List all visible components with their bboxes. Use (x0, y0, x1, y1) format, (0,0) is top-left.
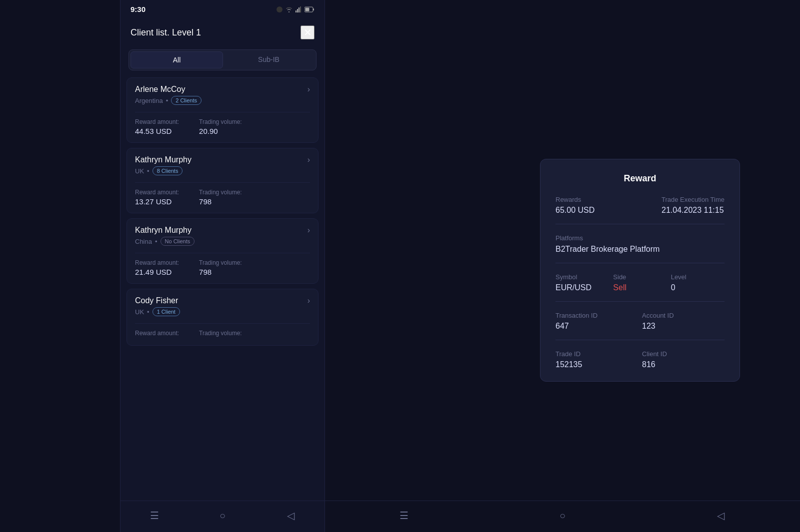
chevron-right-icon: › (308, 85, 310, 94)
svg-rect-3 (300, 6, 301, 12)
trade-exec-value: 21.04.2023 11:15 (662, 206, 724, 215)
client-meta-kathryn-china: China • No Clients (135, 237, 310, 246)
trading-label: Trading volume: (199, 118, 242, 125)
level-col: Level 0 (671, 273, 724, 292)
client-id-value: 816 (642, 360, 724, 369)
right-home-icon[interactable]: ○ (552, 508, 572, 523)
phone-bottom-nav: ☰ ○ ◁ (120, 501, 324, 532)
client-card-arlene[interactable]: Arlene McCoy › Argentina • 2 Clients Rew… (126, 77, 318, 143)
transaction-grid: Transaction ID 647 Account ID 123 (556, 312, 724, 340)
tab-switcher: All Sub-IB (128, 49, 316, 70)
back-nav-icon[interactable]: ◁ (280, 508, 300, 523)
divider (135, 253, 310, 253)
trading-value-arlene: 20.90 (199, 127, 242, 135)
level-label: Level (671, 273, 724, 281)
account-col: Account ID 123 (642, 312, 724, 331)
symbol-grid: Symbol EUR/USD Side Sell Level 0 (556, 273, 724, 302)
svg-rect-1 (297, 9, 298, 12)
reward-label: Reward amount: (135, 189, 179, 196)
tradeid-grid: Trade ID 152135 Client ID 816 (556, 350, 724, 369)
menu-nav-icon[interactable]: ☰ (144, 508, 164, 523)
client-card-kathryn-uk[interactable]: Kathryn Murphy › UK • 8 Clients Reward a… (126, 148, 318, 213)
client-badge-kathryn-china: No Clients (160, 237, 195, 246)
stat-trading-kathryn-uk: Trading volume: 798 (199, 189, 242, 206)
chevron-right-icon: › (308, 155, 310, 164)
divider (135, 182, 310, 183)
right-menu-icon[interactable]: ☰ (394, 508, 414, 523)
client-badge-arlene: 2 Clients (171, 96, 202, 105)
svg-rect-6 (306, 7, 310, 11)
trading-label: Trading volume: (199, 259, 242, 266)
svg-rect-2 (298, 7, 300, 12)
home-nav-icon[interactable]: ○ (212, 508, 232, 523)
panel-header: Client list. Level 1 ✕ (120, 17, 324, 46)
client-card-kathryn-china[interactable]: Kathryn Murphy › China • No Clients Rewa… (126, 218, 318, 284)
trading-label: Trading volume: (199, 189, 242, 196)
client-name-arlene: Arlene McCoy (135, 85, 185, 94)
svg-rect-5 (313, 8, 314, 10)
platforms-section: Platforms B2Trader Brokerage Platform (556, 234, 724, 263)
symbol-value: EUR/USD (556, 283, 609, 292)
reward-value-kathryn-china: 21.49 USD (135, 268, 179, 276)
trading-label: Trading volume: (199, 330, 242, 337)
client-name-kathryn-china: Kathryn Murphy (135, 226, 192, 235)
client-name-kathryn-uk: Kathryn Murphy (135, 155, 192, 164)
stat-trading-cody: Trading volume: (199, 330, 242, 338)
client-country-kathryn-china: China (135, 238, 152, 245)
status-dot (276, 6, 282, 12)
trading-value-kathryn-china: 798 (199, 268, 242, 276)
reward-panel-title: Reward (556, 173, 724, 184)
side-value: Sell (613, 283, 666, 292)
chevron-right-icon: › (308, 296, 310, 305)
stat-reward-kathryn-uk: Reward amount: 13.27 USD (135, 189, 179, 206)
reward-top-row: Rewards 65.00 USD Trade Execution Time 2… (556, 196, 724, 224)
client-card-header: Kathryn Murphy › (135, 226, 310, 235)
platforms-label: Platforms (556, 234, 724, 242)
client-badge-cody: 1 Client (152, 307, 180, 316)
svg-rect-0 (296, 10, 296, 12)
panel-title: Client list. Level 1 (130, 27, 201, 38)
tab-subib[interactable]: Sub-IB (223, 51, 314, 68)
client-card-header: Arlene McCoy › (135, 85, 310, 94)
client-stats-kathryn-uk: Reward amount: 13.27 USD Trading volume:… (135, 189, 310, 206)
tab-all[interactable]: All (130, 51, 223, 68)
level-value: 0 (671, 283, 724, 292)
chevron-right-icon: › (308, 226, 310, 235)
account-label: Account ID (642, 312, 724, 319)
reward-label: Reward amount: (135, 330, 179, 337)
close-button[interactable]: ✕ (300, 25, 314, 39)
divider (135, 112, 310, 112)
transaction-col: Transaction ID 647 (556, 312, 638, 331)
trading-value-kathryn-uk: 798 (199, 197, 242, 206)
divider (135, 323, 310, 324)
signal-icon (296, 6, 302, 12)
stat-reward-cody: Reward amount: (135, 330, 179, 338)
platforms-value: B2Trader Brokerage Platform (556, 245, 724, 263)
account-value: 123 (642, 322, 724, 331)
stat-trading-kathryn-china: Trading volume: 798 (199, 259, 242, 276)
client-card-cody[interactable]: Cody Fisher › UK • 1 Client Reward amoun… (126, 289, 318, 346)
trade-exec-label: Trade Execution Time (662, 196, 724, 203)
stat-reward-kathryn-china: Reward amount: 21.49 USD (135, 259, 179, 276)
status-icons (276, 6, 314, 12)
transaction-value: 647 (556, 322, 638, 331)
client-id-label: Client ID (642, 350, 724, 358)
reward-label: Reward amount: (135, 118, 179, 125)
client-stats-arlene: Reward amount: 44.53 USD Trading volume:… (135, 118, 310, 135)
client-stats-kathryn-china: Reward amount: 21.49 USD Trading volume:… (135, 259, 310, 276)
stat-reward-arlene: Reward amount: 44.53 USD (135, 118, 179, 135)
client-meta-arlene: Argentina • 2 Clients (135, 96, 310, 105)
client-meta-kathryn-uk: UK • 8 Clients (135, 166, 310, 175)
status-time: 9:30 (130, 5, 146, 13)
side-col: Side Sell (613, 273, 666, 292)
right-bottom-nav: ☰ ○ ◁ (325, 501, 800, 532)
wifi-icon (286, 6, 292, 12)
status-bar: 9:30 (120, 0, 324, 17)
trade-id-col: Trade ID 152135 (556, 350, 638, 369)
right-back-icon[interactable]: ◁ (711, 508, 731, 523)
stat-trading-arlene: Trading volume: 20.90 (199, 118, 242, 135)
client-card-header: Kathryn Murphy › (135, 155, 310, 164)
client-country-cody: UK (135, 308, 144, 316)
trade-exec-col: Trade Execution Time 21.04.2023 11:15 (662, 196, 724, 215)
trade-id-value: 152135 (556, 360, 638, 369)
